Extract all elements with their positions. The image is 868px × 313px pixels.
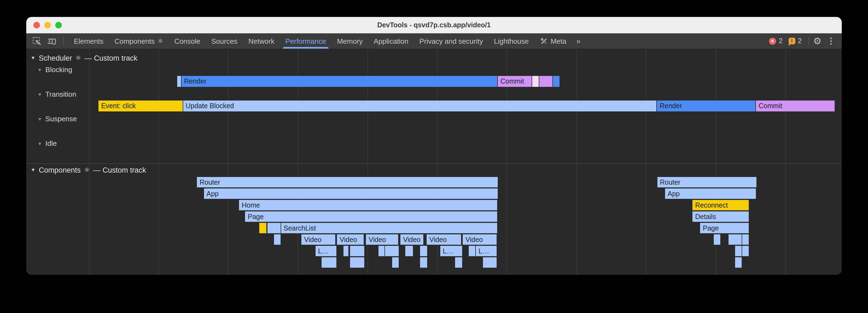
flame-bar[interactable] xyxy=(455,257,462,268)
screen: DevTools - qsvd7p.csb.app/video/1 E xyxy=(0,0,868,313)
flame-bar-video[interactable]: Video xyxy=(400,234,423,245)
tab-privacy-and-security[interactable]: Privacy and security xyxy=(414,33,489,48)
flame-bar-app[interactable]: App xyxy=(665,188,756,199)
flame-bar[interactable] xyxy=(392,257,399,268)
lane-label-idle[interactable]: ▼Idle xyxy=(37,139,57,147)
tab-console[interactable]: Console xyxy=(169,33,206,48)
flame-bar-commit[interactable]: Commit xyxy=(756,101,834,111)
tab-label: Meta xyxy=(551,37,566,45)
flame-bar[interactable] xyxy=(385,246,399,256)
flame-bar[interactable] xyxy=(343,246,348,256)
collapse-triangle-icon: ▼ xyxy=(37,116,42,121)
kebab-menu-icon[interactable]: ⋮ xyxy=(827,36,835,46)
react-atom-icon: ⚛ xyxy=(84,166,90,174)
flame-bar[interactable] xyxy=(274,234,280,245)
flame-bar-searchlist[interactable]: SearchList xyxy=(281,223,497,233)
flame-bar-page[interactable]: Page xyxy=(245,211,497,222)
track-header-scheduler[interactable]: ▼Scheduler⚛— Custom track xyxy=(31,54,137,62)
flame-bar[interactable] xyxy=(539,76,552,87)
flame-bar-reconnect[interactable]: Reconnect xyxy=(692,200,748,210)
track-name: Scheduler xyxy=(39,54,72,62)
minimize-window-button[interactable] xyxy=(44,22,51,28)
tab-memory[interactable]: Memory xyxy=(332,33,368,48)
flame-bar[interactable] xyxy=(420,257,427,268)
flame-bar[interactable] xyxy=(378,246,384,256)
flame-bar[interactable] xyxy=(742,246,748,256)
panel-tabs: ElementsComponents⚛ConsoleSourcesNetwork… xyxy=(68,33,572,48)
flame-bar-render[interactable]: Render xyxy=(181,76,497,87)
more-tabs-button[interactable]: » xyxy=(572,37,584,45)
performance-flamechart-canvas[interactable]: ▼Scheduler⚛— Custom track▼Blocking▼Trans… xyxy=(26,49,842,275)
flame-bar[interactable] xyxy=(350,246,364,256)
flame-bar-l[interactable]: L… xyxy=(315,246,336,256)
flame-bar-video[interactable]: Video xyxy=(366,234,398,245)
flame-bar-l[interactable]: L… xyxy=(476,246,497,256)
flame-bar[interactable] xyxy=(321,257,336,268)
tab-label: Memory xyxy=(337,37,363,45)
flame-bar[interactable] xyxy=(532,76,538,87)
window-controls xyxy=(33,17,62,33)
flame-bar[interactable] xyxy=(735,257,741,268)
flame-bar[interactable] xyxy=(742,234,748,245)
flame-bar-details[interactable]: Details xyxy=(692,211,748,222)
lane-label-blocking[interactable]: ▼Blocking xyxy=(37,66,72,74)
flame-bar-video[interactable]: Video xyxy=(337,234,364,245)
flame-bar-commit[interactable]: Commit xyxy=(498,76,532,87)
tab-network[interactable]: Network xyxy=(243,33,280,48)
tab-sources[interactable]: Sources xyxy=(206,33,243,48)
inspect-element-icon[interactable] xyxy=(32,36,41,46)
tab-elements[interactable]: Elements xyxy=(68,33,109,48)
lane-name: Suspense xyxy=(45,115,77,123)
tab-components[interactable]: Components⚛ xyxy=(109,33,169,48)
flame-bar-home[interactable]: Home xyxy=(239,200,497,210)
flame-bar-update-blocked[interactable]: Update Blocked xyxy=(183,101,656,111)
tab-performance[interactable]: Performance xyxy=(280,33,332,48)
track-header-components[interactable]: ▼Components⚛— Custom track xyxy=(31,166,146,174)
issue-badges: ✕ 2 ! 2 xyxy=(769,37,805,45)
flame-bar-l[interactable]: L… xyxy=(440,246,462,256)
lane-name: Idle xyxy=(45,139,57,147)
titlebar: DevTools - qsvd7p.csb.app/video/1 xyxy=(26,17,842,33)
flame-bar-render[interactable]: Render xyxy=(657,101,755,111)
tab-lighthouse[interactable]: Lighthouse xyxy=(489,33,534,48)
flame-bar[interactable] xyxy=(177,76,181,87)
flame-bar[interactable] xyxy=(483,257,497,268)
tab-label: Components xyxy=(114,37,155,45)
gridline xyxy=(89,49,89,275)
flame-bar[interactable] xyxy=(267,223,280,233)
error-icon[interactable]: ✕ xyxy=(769,37,776,44)
device-toolbar-icon[interactable] xyxy=(47,36,57,46)
devtools-window: DevTools - qsvd7p.csb.app/video/1 E xyxy=(26,17,842,275)
flame-bar-video[interactable]: Video xyxy=(427,234,461,245)
flame-bar-router[interactable]: Router xyxy=(657,177,756,187)
lane-label-suspense[interactable]: ▼Suspense xyxy=(37,115,77,123)
tab-label: Privacy and security xyxy=(420,37,483,45)
flame-bar[interactable] xyxy=(259,223,266,233)
close-window-button[interactable] xyxy=(33,22,40,28)
settings-gear-icon[interactable]: ⚙ xyxy=(813,36,822,46)
flame-bar[interactable] xyxy=(350,257,364,268)
warning-icon[interactable]: ! xyxy=(789,38,795,44)
flame-bar-video[interactable]: Video xyxy=(463,234,497,245)
lane-label-transition[interactable]: ▼Transition xyxy=(37,90,76,98)
flame-bar[interactable] xyxy=(469,246,475,256)
collapse-triangle-icon: ▼ xyxy=(37,67,42,72)
flame-bar[interactable] xyxy=(713,234,720,245)
flame-bar[interactable] xyxy=(728,234,741,245)
maximize-window-button[interactable] xyxy=(55,22,62,28)
flame-bar[interactable] xyxy=(553,76,559,87)
flame-bar-page[interactable]: Page xyxy=(700,223,748,233)
flame-bar[interactable] xyxy=(405,246,413,256)
tab-application[interactable]: Application xyxy=(368,33,414,48)
tab-label: Sources xyxy=(211,37,237,45)
flame-bar-router[interactable]: Router xyxy=(197,177,498,187)
tab-label: Elements xyxy=(74,37,103,45)
flame-bar-app[interactable]: App xyxy=(204,188,498,199)
flame-bar[interactable] xyxy=(420,246,427,256)
tab-label: Application xyxy=(374,37,408,45)
flame-bar[interactable] xyxy=(735,246,741,256)
flame-bar-video[interactable]: Video xyxy=(301,234,335,245)
tab-meta[interactable]: Meta xyxy=(534,33,572,48)
error-count: 2 xyxy=(779,37,783,45)
flame-bar-event-click[interactable]: Event: click xyxy=(98,101,182,111)
